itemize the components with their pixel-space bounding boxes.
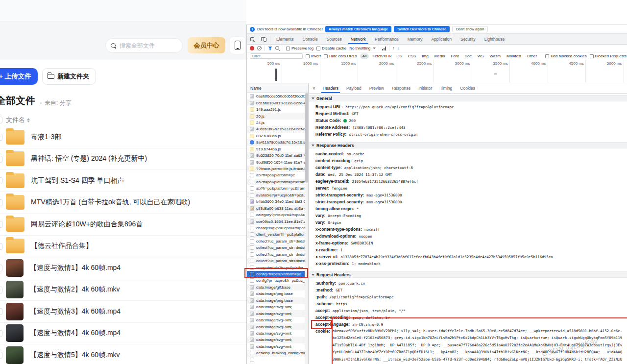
details-tab-initiator[interactable]: Initiator xyxy=(414,83,436,93)
network-request-row[interactable]: ab?fr=pc&platform=pc&fram xyxy=(247,185,308,192)
network-request-row[interactable]: 8a411b78c0addc7d.16x16.svg xyxy=(247,139,308,146)
network-request-row[interactable]: collect?uc_param_str=dndsfrp xyxy=(247,258,308,264)
details-tab-headers[interactable]: Headers xyxy=(319,83,342,93)
devtools-tab-performance[interactable]: Performance xyxy=(370,34,403,44)
devtools-tab-security[interactable]: Security xyxy=(456,34,480,44)
network-request-row[interactable]: config?pr=ucpro&fr=pc&uc_ xyxy=(247,277,308,284)
details-tab-cookies[interactable]: Cookies xyxy=(456,83,479,93)
network-request-row[interactable]: desktop_buwang_config?fr=p xyxy=(247,350,308,356)
filter-type-all[interactable]: All xyxy=(360,53,369,59)
dont-show-again-button[interactable]: Don't show again xyxy=(452,26,488,32)
file-checkbox[interactable] xyxy=(0,308,2,315)
export-har-icon[interactable]: ↓ xyxy=(398,46,400,50)
always-match-language-button[interactable]: Always match Chrome's language xyxy=(325,26,391,32)
network-request-row[interactable]: data:image/svg+xml; xyxy=(247,330,308,337)
network-request-row[interactable]: collect?uc_param_str=dndsfrp xyxy=(247,251,308,258)
network-request-row[interactable]: data:image/svg+xml; xyxy=(247,317,308,323)
details-tab-timing[interactable]: Timing xyxy=(436,83,456,93)
file-checkbox[interactable] xyxy=(0,199,2,206)
network-request-row[interactable]: 40ce61b0-b71b-11ec-8bef-d xyxy=(247,126,308,132)
network-request-row[interactable]: 24.js xyxy=(247,120,308,126)
file-row[interactable]: 【速度与激情5】4k 60帧.mkv xyxy=(0,344,246,364)
devtools-tab-lighthouse[interactable]: Lighthouse xyxy=(480,34,509,44)
file-row[interactable]: 毒液1-3部 xyxy=(0,126,246,148)
vip-center-button[interactable]: 会员中心 xyxy=(188,37,225,53)
file-row[interactable]: 【速度与激情3】4k 60帧.mp4 xyxy=(0,301,246,323)
file-row[interactable]: 【德云社作品合集】 xyxy=(0,236,246,258)
file-row[interactable]: MTV精选1万首 (自带卡拉ok音轨, 可以自己在家唱歌) xyxy=(0,192,246,214)
details-tab-response[interactable]: Response xyxy=(388,83,414,93)
details-tab-payload[interactable]: Payload xyxy=(342,83,365,93)
search-network-icon[interactable] xyxy=(275,46,280,50)
devtools-tab-memory[interactable]: Memory xyxy=(403,34,427,44)
new-folder-button[interactable]: 新建文件夹 xyxy=(42,68,96,85)
record-button[interactable] xyxy=(250,46,254,50)
network-request-row[interactable]: 919.6744ba.js xyxy=(247,146,308,152)
file-checkbox[interactable] xyxy=(0,177,2,184)
filter-type-doc[interactable]: Doc xyxy=(462,53,474,59)
filter-checkbox-blocked-requests[interactable]: Blocked Requests xyxy=(590,54,627,58)
filter-type-wasm[interactable]: Wasm xyxy=(487,53,503,59)
import-har-icon[interactable]: ↑ xyxy=(392,46,395,50)
filename-column-header[interactable]: 文件名 xyxy=(6,116,30,124)
network-request-row[interactable]: computerinfo?fr=pc&platfor xyxy=(247,264,308,270)
file-row[interactable]: 网易云评论超10W+的歌曲合集896首 xyxy=(0,214,246,236)
filter-type-ws[interactable]: WS xyxy=(475,53,486,59)
network-request-row[interactable]: b4bb3600-34e0-11ed-8bf3-0 xyxy=(247,198,308,205)
network-request-row[interactable]: changelog?pr=ucpro&fr=pc& xyxy=(247,225,308,231)
network-request-row[interactable]: data:image/svg+xml; xyxy=(247,343,308,350)
network-request-row[interactable]: collect?uc_param_str=dndsfrp xyxy=(247,244,308,251)
filter-checkbox-has-blocked-cookies[interactable]: Has blocked cookies xyxy=(545,54,586,58)
network-request-row[interactable]: data:image/png;base xyxy=(247,291,308,297)
devtools-tab-application[interactable]: Application xyxy=(427,34,456,44)
network-request-row[interactable]: data:image/svg+xml; xyxy=(247,323,308,330)
throttling-dropdown[interactable]: No throttling xyxy=(349,46,376,50)
file-row[interactable]: 【速度与激情1】4k 60帧.mp4 xyxy=(0,257,246,279)
response-headers-section-header[interactable]: Response Headers xyxy=(309,142,627,148)
network-request-row[interactable]: 149.aaa291.js xyxy=(247,106,308,113)
network-request-row[interactable]: ab?fr=pc&platform=pc&fram xyxy=(247,179,308,185)
general-section-header[interactable]: General xyxy=(309,95,627,101)
network-request-row[interactable]: collect?uc_param_str=dndsfrp xyxy=(247,238,308,244)
request-headers-section-header[interactable]: Request Headers xyxy=(309,271,627,278)
clear-icon[interactable] xyxy=(257,46,262,50)
network-request-row[interactable]: data:image/svg+xml; xyxy=(247,310,308,316)
network-request-row[interactable]: c93d8a00-b638-11ec-ab3a-6 xyxy=(247,205,308,211)
filter-input[interactable] xyxy=(250,53,303,59)
network-request-row[interactable]: client_version?fr=pc&platfor xyxy=(247,231,308,238)
file-row[interactable]: 黑神话: 悟空 (专题) 2024 (补充更新中) xyxy=(0,148,246,170)
network-request-row[interactable]: data:image/svg+xml; xyxy=(247,304,308,310)
file-checkbox[interactable] xyxy=(0,134,2,141)
file-checkbox[interactable] xyxy=(0,265,2,271)
file-checkbox[interactable] xyxy=(0,243,2,250)
details-tab-preview[interactable]: Preview xyxy=(365,83,388,93)
file-checkbox[interactable] xyxy=(0,287,2,293)
filter-type-media[interactable]: Media xyxy=(432,53,448,59)
network-request-row[interactable]: 9b523820-70d0-11ef-aa63-4 xyxy=(247,152,308,159)
filter-type-css[interactable]: CSS xyxy=(406,53,418,59)
file-checkbox[interactable] xyxy=(0,221,2,228)
filter-type-js[interactable]: JS xyxy=(395,53,405,59)
search-box[interactable] xyxy=(105,38,183,53)
file-row[interactable]: 【速度与激情2】4k 60帧.mkv xyxy=(0,279,246,301)
filter-type-fetch-xhr[interactable]: Fetch/XHR xyxy=(370,53,394,59)
filter-type-other[interactable]: Other xyxy=(525,53,539,59)
network-list-scrollbar[interactable] xyxy=(305,93,308,364)
network-conditions-icon[interactable] xyxy=(382,47,386,50)
network-timeline-overview[interactable]: 500 ms1000 ms1500 ms2000 ms2500 ms3000 m… xyxy=(247,60,627,83)
invert-checkbox[interactable]: Invert xyxy=(306,54,321,58)
switch-devtools-chinese-button[interactable]: Switch DevTools to Chinese xyxy=(394,26,450,32)
file-row[interactable]: 坑王驾到 S1-S4 四季 单口相声 xyxy=(0,170,246,192)
disable-cache-checkbox[interactable]: Disable cache xyxy=(316,46,346,50)
network-request-row[interactable] xyxy=(247,357,308,363)
network-request-row[interactable]: config?fr=pc&platform=pc xyxy=(247,271,308,277)
mobile-app-button[interactable] xyxy=(229,36,246,54)
close-icon[interactable]: × xyxy=(309,86,319,91)
network-request-row[interactable]: 0aefdf6cde550c6d66f30ccfbe xyxy=(247,93,308,99)
upload-file-button[interactable]: + 上传文件 xyxy=(0,68,38,85)
filter-type-manifest[interactable]: Manifest xyxy=(504,53,524,59)
device-toolbar-icon[interactable] xyxy=(258,34,268,44)
file-row[interactable]: 【速度与激情4】4k 60帧.mp4 xyxy=(0,323,246,345)
inspect-element-icon[interactable] xyxy=(247,34,258,44)
network-request-row[interactable]: data:image/svg+xml; xyxy=(247,337,308,343)
